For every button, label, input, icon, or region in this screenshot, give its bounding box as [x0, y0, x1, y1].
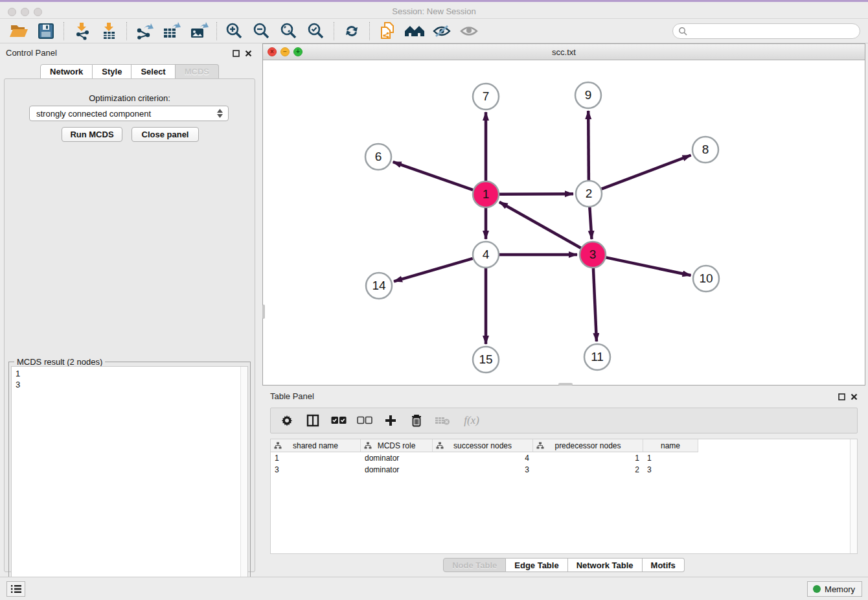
graph-node-11[interactable]: 11 — [584, 344, 610, 370]
column-header-name[interactable]: name — [643, 439, 698, 452]
table-scrollbar[interactable] — [850, 439, 857, 553]
graph-node-label: 10 — [699, 271, 713, 285]
close-table-panel-icon[interactable] — [849, 391, 859, 402]
graph-edge-4-14[interactable] — [394, 259, 473, 281]
result-scrollbar[interactable] — [240, 367, 247, 600]
export-network-button[interactable] — [131, 21, 158, 41]
refresh-icon — [343, 22, 361, 40]
optimization-criterion-select[interactable]: strongly connected component — [29, 106, 229, 121]
memory-status-icon — [813, 585, 821, 593]
cell-name[interactable]: 3 — [643, 464, 698, 476]
hide-selected-button[interactable] — [428, 21, 455, 41]
import-table-button[interactable] — [95, 21, 122, 41]
graph-node-3[interactable]: 3 — [580, 242, 606, 268]
cell-successor-nodes[interactable]: 3 — [433, 464, 533, 476]
create-column-button[interactable] — [382, 412, 399, 429]
graph-node-14[interactable]: 14 — [366, 273, 392, 299]
home-layout-button[interactable] — [401, 21, 428, 41]
open-folder-icon — [9, 23, 29, 40]
graph-edge-1-2[interactable] — [499, 194, 573, 194]
graph-edge-2-8[interactable] — [602, 155, 691, 189]
table-row[interactable]: 1 dominator 4 1 1 — [271, 452, 857, 464]
zoom-fit-icon — [280, 22, 298, 40]
column-header-successor-nodes[interactable]: successor nodes — [433, 439, 533, 452]
graph-node-7[interactable]: 7 — [473, 84, 499, 110]
export-table-button[interactable] — [158, 21, 185, 41]
tab-mcds[interactable]: MCDS — [176, 64, 219, 79]
show-column-button[interactable] — [304, 412, 321, 429]
save-session-button[interactable] — [32, 21, 60, 41]
close-panel-icon[interactable] — [243, 48, 253, 58]
cell-successor-nodes[interactable]: 4 — [433, 452, 533, 464]
refresh-layout-button[interactable] — [338, 21, 365, 41]
graph-node-6[interactable]: 6 — [365, 144, 391, 170]
graph-node-1[interactable]: 1 — [473, 181, 499, 207]
application-window: Session: New Session — [0, 0, 868, 600]
network-window-titlebar[interactable]: × − + scc.txt — [263, 44, 865, 60]
tab-motifs[interactable]: Motifs — [643, 558, 685, 572]
horizontal-scroll-nub[interactable] — [558, 383, 573, 386]
zoom-out-button[interactable] — [248, 21, 275, 41]
search-input[interactable] — [672, 23, 860, 39]
graph-node-9[interactable]: 9 — [575, 82, 601, 108]
network-view-window: × − + scc.txt 7968124314101511 — [262, 43, 865, 386]
run-mcds-button[interactable]: Run MCDS — [62, 127, 122, 142]
list-icon — [11, 584, 21, 594]
graph-node-15[interactable]: 15 — [473, 347, 499, 373]
export-image-button[interactable] — [185, 21, 212, 41]
close-panel-button[interactable]: Close panel — [131, 127, 199, 142]
tab-style[interactable]: Style — [93, 64, 131, 79]
show-all-button[interactable] — [455, 21, 483, 41]
graph-node-10[interactable]: 10 — [693, 266, 719, 292]
import-network-button[interactable] — [68, 21, 95, 41]
zoom-fit-button[interactable] — [275, 21, 303, 41]
table-settings-button[interactable] — [279, 412, 295, 429]
delete-table-button[interactable] — [434, 412, 451, 429]
function-builder-button[interactable]: f(x) — [460, 412, 483, 429]
graph-node-4[interactable]: 4 — [473, 242, 499, 268]
zoom-selected-button[interactable] — [303, 21, 330, 41]
tab-network[interactable]: Network — [40, 64, 93, 79]
column-header-shared-name[interactable]: shared name — [271, 439, 361, 452]
column-header-predecessor-nodes[interactable]: predecessor nodes — [533, 439, 643, 452]
column-header-mcds-role[interactable]: MCDS role — [361, 439, 433, 452]
graph-edge-2-9[interactable] — [588, 111, 589, 180]
delete-column-button[interactable] — [408, 412, 425, 429]
cell-shared-name[interactable]: 1 — [271, 452, 361, 464]
select-all-button[interactable] — [330, 412, 347, 429]
tree-icon — [274, 442, 282, 450]
memory-button[interactable]: Memory — [807, 581, 862, 597]
open-file-button[interactable] — [5, 21, 32, 41]
eye-slash-icon — [432, 23, 451, 39]
cell-name[interactable]: 1 — [643, 452, 698, 464]
cell-shared-name[interactable]: 3 — [271, 464, 361, 476]
copy-network-button[interactable] — [374, 21, 401, 41]
optimization-criterion-label: Optimization criterion: — [5, 93, 255, 103]
cell-predecessor-nodes[interactable]: 1 — [533, 452, 643, 464]
export-image-icon — [189, 22, 209, 40]
graph-edge-3-11[interactable] — [593, 268, 597, 341]
graph-edge-3-10[interactable] — [606, 257, 691, 275]
graph-node-8[interactable]: 8 — [692, 137, 718, 163]
network-graph[interactable]: 7968124314101511 — [263, 60, 865, 385]
tab-edge-table[interactable]: Edge Table — [506, 558, 567, 572]
graph-edge-3-1[interactable] — [499, 202, 581, 248]
graph-edge-1-6[interactable] — [393, 162, 474, 190]
tab-select[interactable]: Select — [131, 64, 175, 79]
cell-mcds-role[interactable]: dominator — [361, 464, 433, 476]
cell-mcds-role[interactable]: dominator — [361, 452, 433, 464]
tab-network-table[interactable]: Network Table — [568, 558, 643, 572]
task-history-button[interactable] — [6, 581, 25, 597]
zoom-in-button[interactable] — [221, 21, 248, 41]
float-panel-icon[interactable] — [231, 48, 241, 58]
graph-node-2[interactable]: 2 — [576, 181, 602, 207]
mcds-result-list[interactable]: 1 3 — [11, 366, 248, 600]
float-table-panel-icon[interactable] — [836, 391, 847, 402]
cell-predecessor-nodes[interactable]: 2 — [533, 464, 643, 476]
table-row[interactable]: 3 dominator 3 2 3 — [271, 464, 857, 476]
deselect-all-button[interactable] — [356, 412, 373, 429]
vertical-scroll-nub[interactable] — [262, 305, 265, 319]
graph-edge-2-3[interactable] — [589, 207, 591, 239]
network-canvas[interactable]: 7968124314101511 — [263, 60, 865, 385]
tab-node-table[interactable]: Node Table — [443, 558, 506, 572]
